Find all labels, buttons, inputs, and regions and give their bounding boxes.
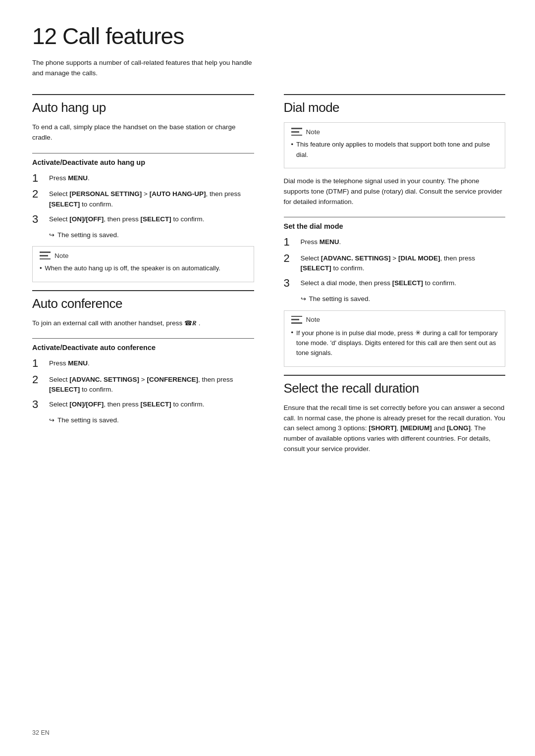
step-number: 2 xyxy=(32,188,46,200)
dial-mode-section: Dial mode Note This feature only applies… xyxy=(284,94,506,366)
right-column: Dial mode Note This feature only applies… xyxy=(279,92,506,464)
note-content: This feature only applies to models that… xyxy=(291,140,498,159)
note-icon-line xyxy=(291,135,302,136)
auto-conference-title: Auto conference xyxy=(32,290,254,311)
note-item: This feature only applies to models that… xyxy=(291,140,498,159)
result-text: The setting is saved. xyxy=(309,294,371,304)
note-content: If your phone is in pulse dial mode, pre… xyxy=(291,328,498,358)
note-icon-line xyxy=(291,131,300,133)
step-item: 1 Press MENU. xyxy=(32,357,254,369)
step-item: 3 Select [ON]/[OFF], then press [SELECT]… xyxy=(32,399,254,410)
step-number: 3 xyxy=(32,399,46,410)
step-item: 1 Press MENU. xyxy=(284,236,506,248)
auto-conference-intro: To join an external call with another ha… xyxy=(32,318,254,329)
auto-hang-up-intro: To end a call, simply place the handset … xyxy=(32,122,254,143)
auto-hang-up-steps: 1 Press MENU. 2 Select [PERSONAL SETTING… xyxy=(32,172,254,225)
step-text: Select [ADVANC. SETTINGS] > [DIAL MODE],… xyxy=(301,252,506,274)
note-icon-line xyxy=(291,316,302,317)
dial-mode-note-bottom: Note If your phone is in pulse dial mode… xyxy=(284,310,506,367)
note-icon-line xyxy=(40,258,51,260)
note-icon-line xyxy=(291,128,302,129)
arrow-icon: ↪ xyxy=(49,230,54,240)
note-header: Note xyxy=(291,128,498,136)
auto-hang-up-section: Auto hang up To end a call, simply place… xyxy=(32,94,254,282)
step-number: 2 xyxy=(32,374,46,386)
recall-duration-intro: Ensure that the recall time is set corre… xyxy=(284,403,506,455)
note-label: Note xyxy=(306,128,321,136)
arrow-icon: ↪ xyxy=(301,294,306,304)
auto-hang-up-subsection-title: Activate/Deactivate auto hang up xyxy=(32,153,254,166)
result-text: The setting is saved. xyxy=(57,415,119,425)
step-number: 1 xyxy=(32,357,46,369)
step-item: 1 Press MENU. xyxy=(32,172,254,184)
auto-hang-up-note: Note When the auto hang up is off, the s… xyxy=(32,246,254,282)
step-text: Press MENU. xyxy=(49,172,254,183)
asterisk-icon: ✳ xyxy=(415,329,421,337)
step-result: ↪ The setting is saved. xyxy=(49,230,254,240)
step-number: 1 xyxy=(32,172,46,184)
dial-mode-steps: 1 Press MENU. 2 Select [ADVANC. SETTINGS… xyxy=(284,236,506,289)
note-item: If your phone is in pulse dial mode, pre… xyxy=(291,328,498,358)
conference-intro-prefix: To join an external call with another ha… xyxy=(32,319,182,327)
step-text: Select [ADVANC. SETTINGS] > [CONFERENCE]… xyxy=(49,374,254,395)
note-header: Note xyxy=(40,252,247,259)
step-text: Select a dial mode, then press [SELECT] … xyxy=(301,277,506,288)
note-icon xyxy=(291,316,302,324)
auto-conference-steps: 1 Press MENU. 2 Select [ADVANC. SETTINGS… xyxy=(32,357,254,410)
recall-duration-section: Select the recall duration Ensure that t… xyxy=(284,375,506,455)
step-number: 3 xyxy=(284,277,298,289)
note-icon-line xyxy=(40,252,51,253)
chapter-intro: The phone supports a number of call-rela… xyxy=(32,58,260,79)
note-icon-line xyxy=(291,322,302,324)
note-item-text: This feature only applies to models that… xyxy=(296,140,498,159)
left-column: Auto hang up To end a call, simply place… xyxy=(32,92,259,464)
note-icon-line xyxy=(40,255,48,256)
step-number: 3 xyxy=(32,213,46,225)
arrow-icon: ↪ xyxy=(49,415,54,425)
note-label: Note xyxy=(306,316,321,323)
note-icon xyxy=(291,128,302,136)
step-text: Select [ON]/[OFF], then press [SELECT] t… xyxy=(49,213,254,224)
note-item-text: If your phone is in pulse dial mode, pre… xyxy=(296,328,498,358)
dial-mode-subsection-title: Set the dial mode xyxy=(284,217,506,230)
step-item: 3 Select [ON]/[OFF], then press [SELECT]… xyxy=(32,213,254,225)
dial-mode-intro: Dial mode is the telephone signal used i… xyxy=(284,176,506,207)
step-result: ↪ The setting is saved. xyxy=(301,294,506,304)
step-result: ↪ The setting is saved. xyxy=(49,415,254,425)
step-text: Press MENU. xyxy=(49,357,254,368)
step-text: Select [ON]/[OFF], then press [SELECT] t… xyxy=(49,399,254,409)
auto-conference-subsection-title: Activate/Deactivate auto conference xyxy=(32,338,254,352)
recall-duration-title: Select the recall duration xyxy=(284,375,506,396)
step-item: 2 Select [ADVANC. SETTINGS] > [CONFERENC… xyxy=(32,374,254,395)
conference-phone-icon: ☎𝑹 xyxy=(184,318,197,328)
dial-mode-note-top: Note This feature only applies to models… xyxy=(284,122,506,168)
note-content: When the auto hang up is off, the speake… xyxy=(40,263,247,273)
step-item: 2 Select [ADVANC. SETTINGS] > [DIAL MODE… xyxy=(284,252,506,274)
dial-mode-title: Dial mode xyxy=(284,94,506,115)
step-item: 2 Select [PERSONAL SETTING] > [AUTO HANG… xyxy=(32,188,254,209)
auto-hang-up-title: Auto hang up xyxy=(32,94,254,115)
note-header: Note xyxy=(291,316,498,324)
step-text: Select [PERSONAL SETTING] > [AUTO HANG-U… xyxy=(49,188,254,209)
page-footer: 32 EN xyxy=(32,729,50,736)
step-item: 3 Select a dial mode, then press [SELECT… xyxy=(284,277,506,289)
auto-conference-section: Auto conference To join an external call… xyxy=(32,290,254,426)
note-label: Note xyxy=(54,252,69,259)
note-item: When the auto hang up is off, the speake… xyxy=(40,263,247,273)
result-text: The setting is saved. xyxy=(57,230,119,240)
step-number: 2 xyxy=(284,252,298,264)
step-text: Press MENU. xyxy=(301,236,506,247)
chapter-title: 12 Call features xyxy=(32,24,505,49)
conference-intro-suffix: . xyxy=(199,319,201,327)
step-number: 1 xyxy=(284,236,298,248)
note-icon-line xyxy=(291,319,300,320)
note-item-text: When the auto hang up is off, the speake… xyxy=(45,263,220,273)
note-icon xyxy=(40,252,51,259)
